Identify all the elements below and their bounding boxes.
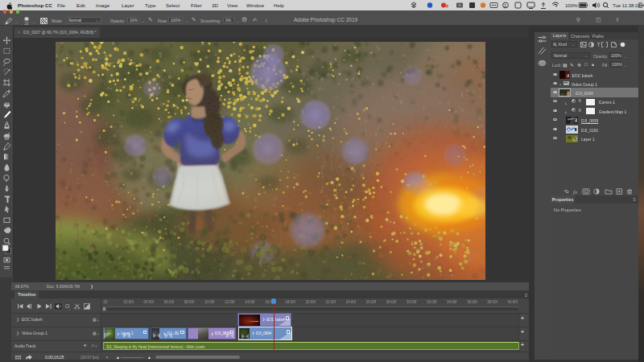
svg-text:100%: 100% (565, 3, 578, 8)
svg-text:1: 1 (504, 3, 507, 8)
svg-text:T: T (597, 42, 601, 47)
svg-text:,: , (69, 306, 70, 310)
svg-text:fx: fx (573, 189, 578, 195)
